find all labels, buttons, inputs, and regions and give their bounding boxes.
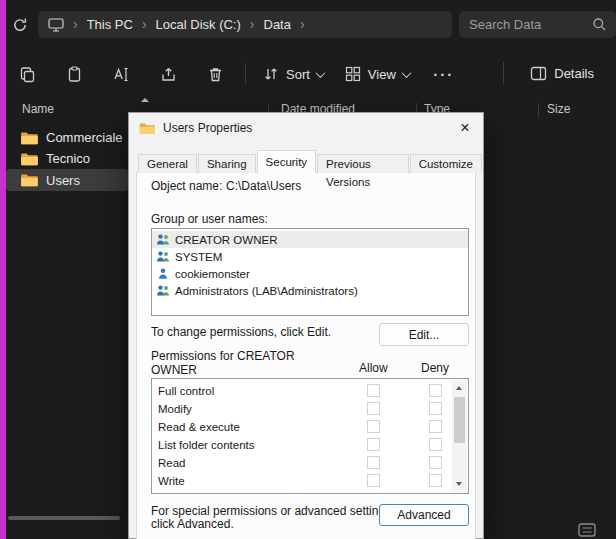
dialog-title: Users Properties bbox=[163, 121, 252, 135]
permission-name: Modify bbox=[158, 403, 192, 415]
breadcrumb-chevron-icon[interactable]: › bbox=[73, 17, 78, 31]
deny-checkbox[interactable] bbox=[429, 438, 442, 451]
dialog-tabs: General Sharing Security Previous Versio… bbox=[138, 153, 483, 173]
file-row-users[interactable]: Users bbox=[6, 169, 128, 191]
permission-name: Write bbox=[158, 475, 185, 487]
allow-checkbox[interactable] bbox=[367, 474, 380, 487]
allow-checkbox[interactable] bbox=[367, 456, 380, 469]
breadcrumb-chevron-icon[interactable]: › bbox=[142, 17, 147, 31]
more-options-icon: ··· bbox=[433, 66, 454, 83]
tab-sharing[interactable]: Sharing bbox=[198, 154, 256, 173]
object-name-label: Object name: bbox=[151, 179, 222, 193]
sort-dropdown[interactable]: Sort bbox=[259, 57, 328, 91]
dialog-titlebar[interactable]: Users Properties × bbox=[129, 113, 483, 143]
breadcrumb-this-pc[interactable]: This PC bbox=[87, 17, 133, 32]
user-icon bbox=[156, 267, 170, 280]
folder-icon bbox=[20, 152, 38, 166]
edit-hint: To change permissions, click Edit. bbox=[151, 325, 331, 339]
group-user-list[interactable]: CREATOR OWNER SYSTEM cookiemonster Admin… bbox=[151, 228, 469, 316]
permission-row-write[interactable]: Write bbox=[152, 472, 468, 490]
permission-row-read-execute[interactable]: Read & execute bbox=[152, 418, 468, 436]
breadcrumb-chevron-icon[interactable]: › bbox=[250, 17, 255, 31]
command-toolbar: Sort View ··· bbox=[10, 56, 461, 92]
breadcrumb-chevron-icon[interactable]: › bbox=[300, 17, 305, 31]
file-name: Commerciale bbox=[46, 130, 123, 145]
chevron-down-icon bbox=[401, 68, 411, 78]
items-view-icon[interactable] bbox=[578, 523, 596, 537]
folder-icon bbox=[20, 131, 38, 145]
view-dropdown[interactable]: View bbox=[341, 57, 414, 91]
deny-checkbox[interactable] bbox=[429, 402, 442, 415]
permission-name: Read & execute bbox=[158, 421, 240, 433]
advanced-button[interactable]: Advanced bbox=[379, 504, 469, 526]
allow-checkbox[interactable] bbox=[367, 402, 380, 415]
column-name[interactable]: Name bbox=[22, 102, 54, 116]
deny-checkbox[interactable] bbox=[429, 384, 442, 397]
permission-row-full-control[interactable]: Full control bbox=[152, 382, 468, 400]
principal-name: cookiemonster bbox=[175, 268, 250, 280]
group-icon bbox=[156, 284, 170, 297]
object-name-value: C:\Data\Users bbox=[226, 179, 301, 193]
paste-button[interactable] bbox=[57, 57, 91, 91]
folder-icon bbox=[139, 122, 155, 135]
delete-button[interactable] bbox=[198, 57, 232, 91]
principal-row-cookiemonster[interactable]: cookiemonster bbox=[152, 265, 468, 282]
search-icon[interactable] bbox=[592, 17, 607, 32]
details-label: Details bbox=[554, 66, 594, 81]
details-pane-button[interactable]: Details bbox=[522, 56, 602, 90]
deny-column-label: Deny bbox=[421, 361, 449, 375]
scroll-down-icon[interactable] bbox=[456, 482, 462, 486]
edit-button[interactable]: Edit... bbox=[379, 323, 469, 346]
tab-general[interactable]: General bbox=[138, 154, 197, 173]
allow-checkbox[interactable] bbox=[367, 384, 380, 397]
allow-checkbox[interactable] bbox=[367, 420, 380, 433]
principal-row-creator-owner[interactable]: CREATOR OWNER bbox=[152, 231, 468, 248]
folder-icon bbox=[20, 173, 38, 187]
horizontal-scrollbar[interactable] bbox=[8, 516, 120, 520]
permission-row-list-folder-contents[interactable]: List folder contents bbox=[152, 436, 468, 454]
view-label: View bbox=[368, 67, 396, 82]
copy-icon bbox=[19, 66, 36, 83]
deny-checkbox[interactable] bbox=[429, 474, 442, 487]
principal-name: SYSTEM bbox=[175, 251, 222, 263]
principal-row-system[interactable]: SYSTEM bbox=[152, 248, 468, 265]
rename-button[interactable] bbox=[104, 57, 138, 91]
paste-icon bbox=[66, 66, 83, 83]
scroll-up-icon[interactable] bbox=[456, 386, 462, 390]
advanced-hint-line1: For special permissions or advanced sett… bbox=[151, 504, 394, 518]
this-pc-icon bbox=[48, 18, 64, 32]
close-icon[interactable]: × bbox=[452, 116, 478, 140]
column-size[interactable]: Size bbox=[547, 102, 570, 116]
breadcrumb-local-disk[interactable]: Local Disk (C:) bbox=[156, 17, 241, 32]
deny-checkbox[interactable] bbox=[429, 456, 442, 469]
search-box[interactable] bbox=[459, 11, 616, 38]
permission-row-modify[interactable]: Modify bbox=[152, 400, 468, 418]
view-icon bbox=[345, 66, 361, 82]
scrollbar-thumb[interactable] bbox=[454, 397, 465, 443]
deny-checkbox[interactable] bbox=[429, 420, 442, 433]
allow-checkbox[interactable] bbox=[367, 438, 380, 451]
share-button[interactable] bbox=[151, 57, 185, 91]
share-icon bbox=[160, 66, 177, 83]
file-row-commerciale[interactable]: Commerciale bbox=[6, 127, 128, 148]
search-input[interactable] bbox=[469, 17, 586, 32]
file-row-tecnico[interactable]: Tecnico bbox=[6, 148, 128, 169]
permission-name: List folder contents bbox=[158, 439, 255, 451]
advanced-hint-line2: click Advanced. bbox=[151, 517, 234, 531]
group-icon bbox=[156, 250, 170, 263]
group-list-label: Group or user names: bbox=[151, 212, 268, 226]
tab-security[interactable]: Security bbox=[257, 150, 317, 173]
breadcrumb-data[interactable]: Data bbox=[264, 17, 291, 32]
address-bar[interactable]: › This PC › Local Disk (C:) › Data › bbox=[38, 11, 452, 38]
column-divider[interactable] bbox=[538, 103, 539, 117]
permissions-list[interactable]: Full control Modify Read & execute List … bbox=[151, 378, 469, 494]
copy-button[interactable] bbox=[10, 57, 44, 91]
tab-customize[interactable]: Customize bbox=[410, 154, 482, 173]
permission-row-read[interactable]: Read bbox=[152, 454, 468, 472]
vertical-scrollbar[interactable] bbox=[452, 380, 467, 492]
toolbar-divider bbox=[245, 63, 246, 85]
tab-previous-versions[interactable]: Previous Versions bbox=[317, 154, 409, 173]
more-options-button[interactable]: ··· bbox=[427, 57, 461, 91]
refresh-button[interactable] bbox=[9, 14, 31, 36]
principal-row-administrators[interactable]: Administrators (LAB\Administrators) bbox=[152, 282, 468, 299]
